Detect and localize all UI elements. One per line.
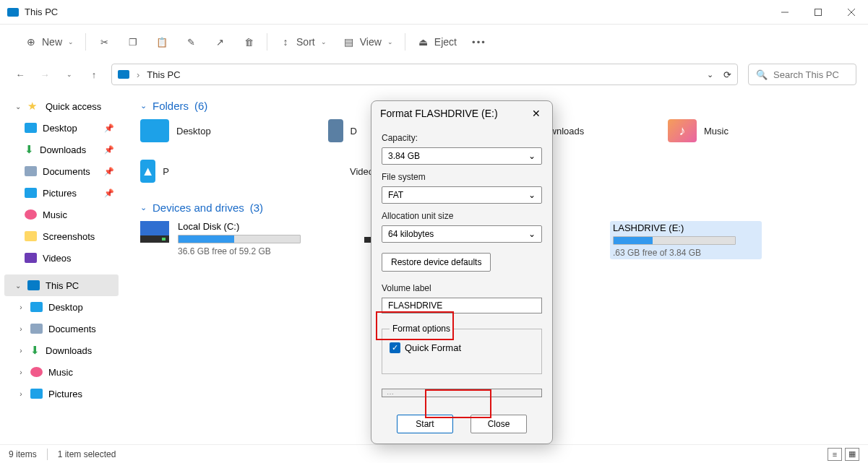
more-icon[interactable]: ••• [473,35,486,48]
restore-defaults-button[interactable]: Restore device defaults [382,253,491,272]
sidebar-downloads2[interactable]: › ⬇ Downloads [4,339,119,361]
chevron-down-icon[interactable]: ⌄ [707,70,713,79]
sidebar-desktop[interactable]: Desktop 📌 [4,117,119,139]
chevron-down-icon[interactable]: ⌄ [14,103,22,111]
rename-icon[interactable]: ✎ [184,35,197,48]
sort-button[interactable]: ↕ Sort ⌄ [279,35,327,48]
sidebar-screenshots[interactable]: Screenshots [4,225,119,247]
sidebar-item-label: Music [48,367,73,378]
folder-pictures[interactable]: ▲ P [140,160,169,183]
sidebar-this-pc[interactable]: ⌄ This PC [4,274,119,296]
sidebar-item-label: Downloads [46,345,92,356]
plus-icon: ⊕ [25,35,38,48]
chevron-right-icon[interactable]: › [17,390,25,398]
annotation-box [376,311,454,340]
sidebar-item-label: Pictures [48,389,82,399]
sidebar-documents2[interactable]: › Documents [4,318,119,339]
sidebar-item-label: Desktop [43,123,77,134]
folder-label: Desktop [176,126,211,137]
chevron-down-icon: ⌄ [528,151,536,161]
pictures-icon: ▲ [140,160,155,183]
sidebar-quick-access[interactable]: ⌄ ★ Quick access [4,95,119,117]
sidebar-pictures2[interactable]: › Pictures [4,383,119,404]
sidebar-item-label: Videos [43,253,72,264]
chevron-right-icon[interactable]: › [17,325,25,333]
sidebar-item-label: This PC [46,280,79,291]
close-icon[interactable]: ✕ [529,108,543,119]
refresh-icon[interactable]: ⟳ [723,69,731,80]
pin-icon: 📌 [104,124,114,133]
large-icons-view-button[interactable]: ▦ [845,448,859,461]
documents-icon [30,324,43,334]
status-items: 9 items [9,449,37,459]
recent-button[interactable]: ⌄ [62,71,77,78]
sidebar-videos[interactable]: Videos [4,247,119,269]
sidebar-desktop2[interactable]: › Desktop [4,296,119,318]
view-label: View [360,36,382,48]
music-icon: ♪ [668,119,697,142]
quick-format-checkbox[interactable]: ✓ Quick Format [390,342,534,353]
drive-name: Local Disk (C:) [178,221,301,232]
chevron-right-icon[interactable]: › [17,303,25,311]
breadcrumb[interactable]: This PC [147,69,180,80]
delete-icon[interactable]: 🗑 [242,35,255,48]
drive-capacity-bar [613,236,736,245]
documents-icon [328,119,343,142]
folder-documents[interactable]: D [328,119,357,142]
folder-label: D [351,126,357,137]
drive-e-selected[interactable]: LASHDRIVE (E:) .63 GB free of 3.84 GB [610,221,762,259]
sidebar-item-label: Quick access [46,101,101,112]
details-view-button[interactable]: ≡ [828,448,842,461]
address-row: ← → ⌄ ↑ › This PC ⌄ ⟳ 🔍 [0,59,868,90]
chevron-right-icon[interactable]: › [17,347,25,355]
search-box[interactable]: 🔍 [748,64,856,85]
dialog-title: Format FLASHDRIVE (E:) [380,108,498,119]
folder-desktop[interactable]: Desktop [140,119,285,142]
minimize-button[interactable] [768,0,802,25]
allocation-label: Allocation unit size [382,211,542,221]
filesystem-select[interactable]: FAT ⌄ [382,186,542,204]
capacity-select[interactable]: 3.84 GB ⌄ [382,147,542,165]
desktop-icon [25,123,37,133]
drive-free-text: 36.6 GB free of 59.2 GB [178,246,301,256]
download-icon: ⬇ [25,143,34,156]
up-button[interactable]: ↑ [87,69,101,80]
share-icon[interactable]: ↗ [213,35,226,48]
chevron-down-icon: ⌄ [140,101,147,111]
back-button[interactable]: ← [13,69,27,80]
forward-button[interactable]: → [38,69,52,80]
sidebar-documents[interactable]: Documents 📌 [4,160,119,182]
sidebar-item-label: Desktop [48,302,83,313]
sidebar-item-label: Documents [43,166,90,177]
maximize-button[interactable] [802,0,835,25]
dialog-title-bar[interactable]: Format FLASHDRIVE (E:) ✕ [371,101,552,126]
chevron-right-icon[interactable]: › [17,368,25,376]
new-label: New [42,36,62,48]
desktop-icon [30,302,43,312]
sidebar-pictures[interactable]: Pictures 📌 [4,182,119,204]
sidebar-downloads[interactable]: ⬇ Downloads 📌 [4,139,119,160]
app-icon [7,8,19,17]
allocation-value: 64 kilobytes [388,229,434,239]
chevron-down-icon[interactable]: ⌄ [14,282,22,290]
section-count: (6) [194,100,207,112]
new-button[interactable]: ⊕ New ⌄ [25,35,74,48]
status-separator [47,449,48,460]
star-icon: ★ [27,101,40,111]
address-bar[interactable]: › This PC ⌄ ⟳ [111,64,738,85]
copy-icon[interactable]: ❐ [126,35,139,48]
sidebar-music[interactable]: Music [4,204,119,225]
desktop-icon [140,119,169,142]
drive-capacity-bar [178,235,301,243]
allocation-select[interactable]: 64 kilobytes ⌄ [382,225,542,243]
sidebar-music2[interactable]: › Music [4,361,119,383]
paste-icon[interactable]: 📋 [155,35,168,48]
eject-button[interactable]: ⏏ Eject [417,35,457,48]
search-input[interactable] [773,69,868,80]
capacity-label: Capacity: [382,133,542,143]
folder-music[interactable]: ♪ Music [668,119,812,142]
close-button[interactable] [835,0,868,25]
drive-c[interactable]: Local Disk (C:) 36.6 GB free of 59.2 GB [140,221,321,259]
view-button[interactable]: ▤ View ⌄ [343,35,393,48]
cut-icon[interactable]: ✂ [98,35,111,48]
